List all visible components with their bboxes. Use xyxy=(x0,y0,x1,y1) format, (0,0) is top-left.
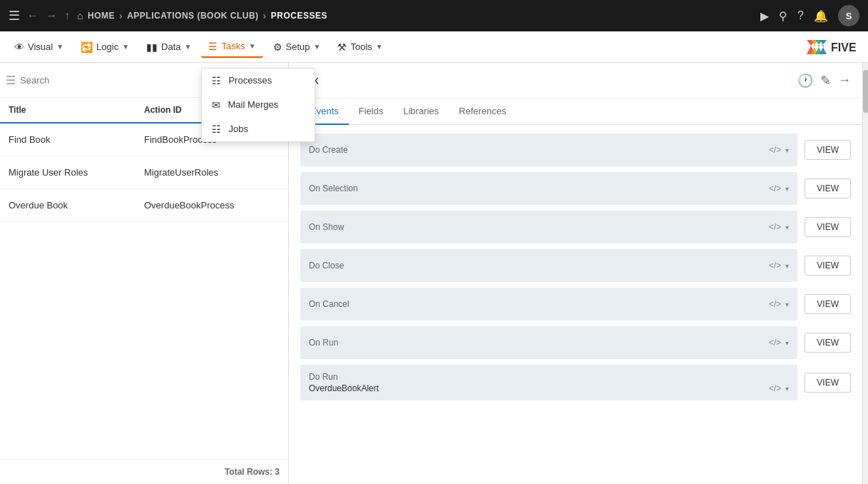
edit-icon[interactable]: ✎ xyxy=(820,73,831,89)
row-title-2: Overdue Book xyxy=(9,200,144,211)
tab-libraries[interactable]: Libraries xyxy=(393,99,449,125)
right-panel: ook 🕐 ✎ → Events Fields Libraries Refere… xyxy=(289,63,862,484)
chevron-icon-on-selection[interactable]: ▾ xyxy=(785,185,789,193)
breadcrumb-sep-1: › xyxy=(119,10,123,21)
event-controls-do-close: </> ▾ xyxy=(769,261,789,271)
menu-item-tasks[interactable]: ☰ Tasks ▼ ☷ Processes ✉ Mail Merges ☷ Jo… xyxy=(201,36,262,58)
main-layout: ☰ 🔍 + Title Action ID Find Book FindBook… xyxy=(0,63,868,484)
event-row-do-create: Do Create </> ▾ VIEW xyxy=(300,133,851,166)
up-arrow-icon[interactable]: ↑ xyxy=(64,9,70,22)
back-arrow-icon[interactable]: ← xyxy=(27,9,39,22)
code-icon-on-run[interactable]: </> xyxy=(769,338,781,348)
chevron-icon-on-cancel[interactable]: ▾ xyxy=(785,301,789,308)
menu-item-data[interactable]: ▮▮ Data ▼ xyxy=(139,37,198,57)
row-title-1: Migrate User Roles xyxy=(9,167,144,178)
scrollbar[interactable] xyxy=(862,63,868,484)
view-button-on-cancel[interactable]: VIEW xyxy=(805,294,851,314)
chevron-icon-do-close[interactable]: ▾ xyxy=(785,262,789,270)
menu-item-logic[interactable]: 🔁 Logic ▼ xyxy=(73,37,136,57)
visual-icon: 👁 xyxy=(14,41,24,53)
breadcrumb-home[interactable]: HOME xyxy=(88,11,115,21)
mail-merges-icon: ✉ xyxy=(212,99,220,111)
view-button-on-run[interactable]: VIEW xyxy=(805,333,851,353)
event-label-on-show: On Show xyxy=(309,222,344,232)
event-field-on-cancel: On Cancel </> ▾ xyxy=(300,288,797,321)
code-icon-on-cancel[interactable]: </> xyxy=(769,299,781,309)
history-icon[interactable]: 🕐 xyxy=(797,73,813,89)
data-icon: ▮▮ xyxy=(146,41,158,53)
view-button-do-run[interactable]: VIEW xyxy=(805,373,851,393)
tools-arrow-icon: ▼ xyxy=(376,43,383,51)
event-field-do-close: Do Close </> ▾ xyxy=(300,249,797,282)
view-button-on-show[interactable]: VIEW xyxy=(805,217,851,237)
menu-item-tools[interactable]: ⚒ Tools ▼ xyxy=(330,37,389,57)
help-button[interactable]: ? xyxy=(797,9,804,22)
event-controls-do-create: </> ▾ xyxy=(769,145,789,155)
table-row[interactable]: Overdue Book OverdueBookProcess xyxy=(0,189,288,222)
view-button-do-close[interactable]: VIEW xyxy=(805,256,851,276)
event-label-on-selection: On Selection xyxy=(309,183,358,193)
dropdown-item-jobs[interactable]: ☷ Jobs xyxy=(202,117,315,141)
five-logo: FIVE xyxy=(804,37,861,57)
breadcrumb: ⌂ HOME › APPLICATIONS (BOOK CLUB) › PROC… xyxy=(77,10,753,21)
row-action-2: OverdueBookProcess xyxy=(144,200,280,211)
dropdown-label-jobs: Jobs xyxy=(228,123,247,134)
logic-arrow-icon: ▼ xyxy=(122,43,129,51)
event-row-do-run: Do Run OverdueBookAlert </> ▾ VIEW xyxy=(300,365,851,400)
chevron-icon-do-run[interactable]: ▾ xyxy=(785,385,789,393)
chevron-icon-do-create[interactable]: ▾ xyxy=(785,146,789,154)
chevron-icon-on-run[interactable]: ▾ xyxy=(785,339,789,347)
user-avatar[interactable]: S xyxy=(838,5,859,26)
event-field-on-selection: On Selection </> ▾ xyxy=(300,172,797,205)
code-icon-on-selection[interactable]: </> xyxy=(769,183,781,193)
tab-references[interactable]: References xyxy=(449,99,516,125)
menu-label-tasks: Tasks xyxy=(221,41,245,51)
tasks-arrow-icon: ▼ xyxy=(249,42,256,50)
chevron-icon-on-show[interactable]: ▾ xyxy=(785,223,789,231)
view-button-on-selection[interactable]: VIEW xyxy=(805,178,851,198)
code-icon-do-close[interactable]: </> xyxy=(769,261,781,271)
row-title-0: Find Book xyxy=(9,134,144,145)
hamburger-icon[interactable]: ☰ xyxy=(9,8,20,24)
search-button[interactable]: ⚲ xyxy=(779,9,787,23)
code-icon-do-create[interactable]: </> xyxy=(769,145,781,155)
code-icon-do-run[interactable]: </> xyxy=(769,383,781,393)
processes-icon: ☷ xyxy=(212,75,221,86)
event-field-on-run: On Run </> ▾ xyxy=(300,326,797,359)
event-controls-on-selection: </> ▾ xyxy=(769,183,789,193)
table-row[interactable]: Migrate User Roles MigrateUserRoles xyxy=(0,156,288,189)
events-content: Do Create </> ▾ VIEW On Selection </> ▾ xyxy=(289,125,862,484)
play-button[interactable]: ▶ xyxy=(760,9,769,23)
dropdown-label-mail-merges: Mail Merges xyxy=(228,99,278,110)
svg-text:FIVE: FIVE xyxy=(831,41,857,54)
event-label-on-cancel: On Cancel xyxy=(309,299,349,309)
menu-label-logic: Logic xyxy=(96,41,118,52)
menu-label-visual: Visual xyxy=(28,41,53,52)
tasks-dropdown: ☷ Processes ✉ Mail Merges ☷ Jobs xyxy=(201,68,315,142)
event-value-do-run: OverdueBookAlert xyxy=(309,383,379,393)
table-footer: Total Rows: 3 xyxy=(0,459,288,484)
visual-arrow-icon: ▼ xyxy=(56,43,63,51)
close-panel-icon[interactable]: → xyxy=(838,73,851,89)
dropdown-label-processes: Processes xyxy=(228,75,272,86)
menu-label-setup: Setup xyxy=(286,41,310,52)
event-row-do-close: Do Close </> ▾ VIEW xyxy=(300,249,851,282)
right-actions: 🕐 ✎ → xyxy=(797,73,851,89)
tab-fields[interactable]: Fields xyxy=(349,99,394,125)
event-row-on-run: On Run </> ▾ VIEW xyxy=(300,326,851,359)
view-button-do-create[interactable]: VIEW xyxy=(805,140,851,160)
forward-arrow-icon[interactable]: → xyxy=(46,9,57,22)
code-icon-on-show[interactable]: </> xyxy=(769,222,781,232)
event-row-on-selection: On Selection </> ▾ VIEW xyxy=(300,172,851,205)
page-title: ook xyxy=(300,74,797,87)
menu-item-setup[interactable]: ⚙ Setup ▼ xyxy=(266,37,328,57)
dropdown-item-processes[interactable]: ☷ Processes xyxy=(202,69,315,93)
notifications-button[interactable]: 🔔 xyxy=(814,9,828,23)
menu-item-visual[interactable]: 👁 Visual ▼ xyxy=(7,37,71,57)
dropdown-item-mail-merges[interactable]: ✉ Mail Merges xyxy=(202,93,315,117)
table-body: Find Book FindBookProcess Migrate User R… xyxy=(0,123,288,459)
breadcrumb-applications[interactable]: APPLICATIONS (BOOK CLUB) xyxy=(127,11,258,21)
breadcrumb-processes[interactable]: PROCESSES xyxy=(271,11,327,21)
tools-icon: ⚒ xyxy=(337,41,347,53)
event-controls-on-cancel: </> ▾ xyxy=(769,299,789,309)
